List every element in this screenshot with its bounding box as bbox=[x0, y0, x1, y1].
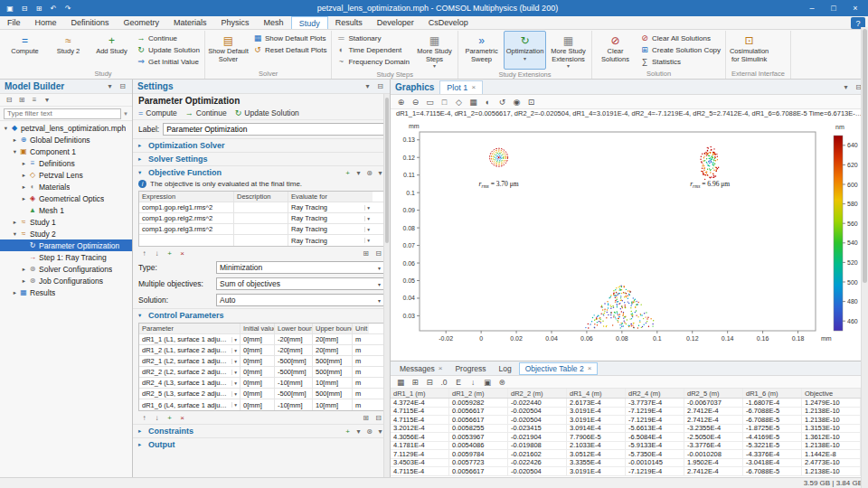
tree-item-geometrical-optics[interactable]: ▸◈Geometrical Optics bbox=[0, 192, 132, 204]
study-2-button[interactable]: ≈Study 2 bbox=[47, 31, 90, 69]
section-optimization-solver[interactable]: ▸Optimization Solver bbox=[133, 138, 390, 152]
table-cell[interactable]: comp1.gop.relg1.rms^2 bbox=[139, 202, 234, 212]
tab-objective-table-2[interactable]: Objective Table 2× bbox=[519, 362, 599, 375]
show-default-solver-button[interactable]: ▤Show Default Solver bbox=[207, 31, 250, 69]
redo-icon[interactable]: ↷ bbox=[61, 2, 74, 14]
table-cell[interactable] bbox=[234, 213, 288, 223]
plot-area[interactable]: -0.0200.020.040.060.080.10.120.140.160.1… bbox=[391, 119, 868, 361]
table-cell[interactable]: -500[mm] bbox=[275, 367, 313, 377]
continue-button[interactable]: →Continue bbox=[185, 108, 227, 117]
show-options-icon[interactable]: ≡ bbox=[30, 96, 39, 104]
compute-button[interactable]: =Compute bbox=[138, 108, 177, 117]
split-cells-icon[interactable]: ⊟ bbox=[425, 378, 434, 387]
continue-button[interactable]: →Continue bbox=[134, 33, 203, 43]
tree-expander-icon[interactable]: ▸ bbox=[20, 160, 28, 167]
delete-icon[interactable]: × bbox=[178, 249, 186, 258]
table-cell[interactable]: 500[mm] bbox=[313, 389, 353, 399]
table-cell[interactable]: 0[mm] bbox=[241, 367, 275, 377]
create-solution-copy-button[interactable]: ⊞Create Solution Copy bbox=[637, 44, 723, 55]
panel-menu-icon[interactable]: ▾ bbox=[363, 81, 373, 91]
load-icon[interactable]: ⊞ bbox=[362, 249, 370, 258]
compute-button[interactable]: =Compute bbox=[4, 31, 46, 69]
table-row[interactable]: 3.4503E-40.0057723-0.0224263.3355E-4-0.0… bbox=[391, 459, 861, 468]
combo-cell[interactable]: dR1_6 (L4, surface 1 adjustment)▾ bbox=[139, 399, 241, 410]
table-cell[interactable]: -500[mm] bbox=[275, 389, 313, 399]
table-cell[interactable]: 20[mm] bbox=[313, 334, 353, 344]
combo-cell[interactable]: Ray Tracing▾ bbox=[288, 224, 373, 234]
rotate-icon[interactable]: ↺ bbox=[497, 98, 507, 107]
clear-solutions-button[interactable]: ⊘Clear Solutions bbox=[594, 31, 637, 69]
update-solution-button[interactable]: ↻Update Solution bbox=[235, 108, 299, 117]
combo-cell[interactable]: dR2_4 (L3, surface 1 adjustment)▾ bbox=[139, 378, 241, 388]
panel-menu-icon[interactable]: ▾ bbox=[841, 82, 851, 92]
tree-expander-icon[interactable]: ▸ bbox=[20, 195, 28, 202]
tree-item-study-2[interactable]: ▾≈Study 2 bbox=[0, 228, 132, 239]
menu-materials[interactable]: Materials bbox=[166, 16, 214, 29]
delete-icon[interactable]: × bbox=[178, 414, 186, 422]
section-output[interactable]: ▸Output bbox=[133, 437, 390, 451]
table-cell[interactable] bbox=[139, 235, 234, 246]
combo-cell[interactable]: Ray Tracing▾ bbox=[288, 235, 373, 246]
tab-log[interactable]: Log bbox=[493, 362, 516, 375]
maximize-button[interactable]: □ bbox=[823, 0, 844, 16]
export-icon[interactable]: ↓ bbox=[468, 378, 477, 387]
table-cell[interactable]: 0[mm] bbox=[241, 378, 275, 388]
save-table-icon[interactable]: ⊟ bbox=[374, 414, 382, 422]
move-up-icon[interactable]: ↑ bbox=[140, 414, 148, 422]
label-field-input[interactable] bbox=[163, 123, 384, 136]
table-cell[interactable]: m bbox=[353, 334, 369, 344]
plot-svg[interactable]: -0.0200.020.040.060.080.10.120.140.160.1… bbox=[392, 121, 866, 347]
add-study-button[interactable]: +Add Study bbox=[90, 31, 133, 69]
tab-messages[interactable]: Messages× bbox=[394, 362, 448, 375]
combo-cell[interactable]: dR2_2 (L2, surface 2 adjustment)▾ bbox=[139, 367, 241, 377]
tree-expander-icon[interactable]: ▾ bbox=[2, 125, 10, 132]
table-cell[interactable]: -20[mm] bbox=[275, 334, 313, 344]
move-down-icon[interactable]: ↓ bbox=[153, 249, 161, 258]
table-row[interactable]: 7.1129E-40.0059784-0.0216023.0512E-4-5.7… bbox=[391, 450, 861, 459]
menu-home[interactable]: Home bbox=[28, 16, 64, 29]
combo-cell[interactable]: dR1_2 (L1, surface 2 adjustment)▾ bbox=[139, 345, 241, 355]
minimize-button[interactable]: – bbox=[801, 0, 823, 16]
table-cell[interactable]: m bbox=[353, 399, 369, 410]
table-cell[interactable]: m bbox=[353, 356, 369, 366]
type-select[interactable]: Minimization▾ bbox=[216, 261, 384, 274]
tree-item-step-1-ray-tracing[interactable]: →Step 1: Ray Tracing bbox=[0, 251, 132, 263]
close-tab-icon[interactable]: × bbox=[439, 364, 443, 372]
parametric-sweep-button[interactable]: »Parametric Sweep bbox=[460, 31, 503, 70]
notation-icon[interactable]: E bbox=[454, 378, 463, 387]
table-cell[interactable]: -10[mm] bbox=[275, 399, 313, 410]
combo-cell[interactable]: Ray Tracing▾ bbox=[288, 213, 373, 223]
precision-icon[interactable]: .0 bbox=[439, 378, 448, 387]
tree-item-mesh-1[interactable]: ▲Mesh 1 bbox=[0, 204, 132, 216]
optimization-button[interactable]: ↻Optimization▾ bbox=[504, 31, 546, 70]
menu-geometry[interactable]: Geometry bbox=[117, 16, 167, 29]
cosimulation-for-simulink-button[interactable]: ⊡Cosimulation for Simulink bbox=[728, 31, 770, 69]
frequency-domain-button[interactable]: ~Frequency Domain bbox=[334, 56, 412, 67]
caret-icon[interactable]: ▾ bbox=[354, 427, 363, 436]
table-settings-icon[interactable]: ⊛ bbox=[497, 378, 506, 387]
grid-icon[interactable]: ▦ bbox=[468, 98, 478, 107]
table-cell[interactable]: 10[mm] bbox=[313, 378, 353, 388]
save-table-icon[interactable]: ⊟ bbox=[374, 249, 382, 258]
tree-expander-icon[interactable]: ▸ bbox=[11, 219, 19, 226]
table-cell[interactable] bbox=[234, 224, 288, 234]
get-initial-value-button[interactable]: ⇒Get Initial Value bbox=[134, 56, 203, 67]
add-icon[interactable]: + bbox=[344, 427, 352, 436]
combo-cell[interactable]: Ray Tracing▾ bbox=[288, 202, 373, 212]
tree-expander-icon[interactable]: ▸ bbox=[20, 277, 28, 285]
load-icon[interactable]: ⊞ bbox=[362, 414, 370, 422]
zoom-extents-icon[interactable]: ▭ bbox=[425, 98, 435, 107]
tree-item-results[interactable]: ▸▦Results bbox=[0, 286, 132, 298]
close-button[interactable]: × bbox=[844, 0, 866, 16]
collapse-all-icon[interactable]: ⊟ bbox=[5, 96, 14, 104]
table-row[interactable]: 4.7115E-40.0056617-0.0205043.0191E-4-7.1… bbox=[391, 416, 861, 425]
tree-item-solver-configurations[interactable]: ▸⊛Solver Configurations bbox=[0, 263, 132, 275]
table-cell[interactable]: -10[mm] bbox=[275, 378, 313, 388]
time-dependent-button[interactable]: ◐Time Dependent bbox=[334, 44, 412, 55]
table-cell[interactable]: 0[mm] bbox=[241, 399, 275, 410]
print-icon[interactable]: ⊡ bbox=[526, 98, 536, 107]
zoom-out-icon[interactable]: ⊖ bbox=[410, 98, 420, 107]
tree-expander-icon[interactable]: ▾ bbox=[11, 230, 19, 238]
filter-icon[interactable]: ▼ bbox=[123, 111, 128, 117]
panel-float-icon[interactable]: ⊟ bbox=[375, 81, 385, 91]
